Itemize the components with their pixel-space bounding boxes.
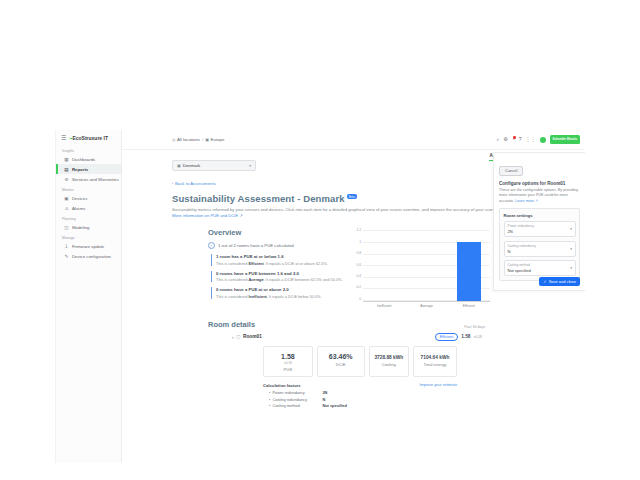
modeling-icon: ◫	[64, 225, 69, 230]
sidebar-item-services-warranties[interactable]: ⚙ Services and Warranties	[56, 174, 121, 184]
chevron-down-icon: ▾	[570, 247, 572, 251]
overview-checklist: Overview ✓ 1 out of 2 rooms have a PUE c…	[208, 228, 348, 308]
external-link-icon: ↗	[239, 213, 243, 218]
cooling-method-select[interactable]: Cooling method Not specified ▾	[504, 260, 576, 276]
sidebar-item-modeling[interactable]: ◫ Modeling	[56, 222, 121, 232]
overview-item-sub: This is considered Average. It equals a …	[216, 277, 348, 282]
sidebar-item-reports[interactable]: ▤ Reports	[56, 164, 121, 174]
device-configuration-icon: ✎	[64, 254, 69, 259]
improve-estimate-link[interactable]: Improve your estimate	[419, 383, 457, 387]
metric-card-pue: 1.58 ±0.18 PUE	[263, 346, 313, 377]
help-icon[interactable]: ?	[519, 137, 522, 142]
sidebar-item-label: Modeling	[72, 225, 89, 230]
overview-item-efficient[interactable]: 1 room has a PUE at or below 1.6 This is…	[211, 254, 348, 266]
sidebar-item-dashboards[interactable]: ▦ Dashboards	[56, 154, 121, 164]
check-icon: ✓	[543, 279, 546, 284]
check-circle-icon: ✓	[208, 242, 215, 249]
room-details-section: Room details Past 30 days › ▢ Room01 Eff…	[208, 320, 577, 408]
user-avatar[interactable]	[540, 137, 546, 143]
y-tick-label: 0.6	[356, 263, 361, 266]
cooling-redundancy-select[interactable]: Cooling redundancy N ▾	[504, 241, 576, 257]
metric-label: Total energy	[416, 362, 454, 367]
breadcrumb-separator: /	[202, 137, 203, 142]
brand-row: ☰ ⌁EcoStruxure IT	[56, 130, 121, 145]
field-label: Power redundancy	[508, 224, 567, 228]
notifications-bell-icon[interactable]: ◔	[512, 137, 515, 142]
reports-icon: ▤	[64, 167, 69, 172]
nav-section-header: Planning	[56, 213, 121, 222]
app-logo: ⌁EcoStruxure IT	[69, 135, 108, 141]
nav-section-header: Monitor	[56, 184, 121, 193]
search-icon[interactable]: ⌕	[496, 137, 499, 142]
overview-item-inefficient[interactable]: 0 rooms have a PUE at or above 2.0 This …	[211, 287, 348, 299]
metric-cards: 1.58 ±0.18 PUE 63.46% DCiE 3728.88 kWh C…	[263, 346, 457, 377]
configure-room-drawer: Cancel Configure options for Room01 Thes…	[493, 152, 585, 291]
metric-value: 1.58	[266, 353, 310, 360]
calc-row-cooling-method: Cooling method Not specified	[269, 403, 457, 408]
overview-heading: Overview	[208, 228, 348, 237]
calculation-factors: Calculation factors Improve your estimat…	[263, 383, 457, 409]
settings-gear-icon[interactable]: ⚙	[503, 137, 507, 142]
notification-badge	[513, 136, 516, 139]
devices-icon: ▣	[64, 196, 69, 201]
drawer-description-text: These are the configurable options. By p…	[499, 188, 578, 203]
sidebar-nav: Insights ▦ Dashboards ▤ Reports ⚙ Servic…	[56, 145, 121, 261]
metric-uncertainty: ±0.18	[266, 361, 310, 365]
calc-row-power-redundancy: Power redundancy 2N	[269, 390, 457, 395]
room-settings-title: Room settings	[504, 213, 576, 218]
breadcrumb-root-label: All locations	[177, 137, 200, 142]
sidebar-item-label: Alarms	[72, 206, 85, 211]
sidebar-item-device-configuration[interactable]: ✎ Device configuration	[56, 251, 121, 261]
efficiency-status-badge: Efficient	[435, 333, 458, 341]
breadcrumb: ◎ All locations / ▣ Europe	[172, 137, 224, 142]
calculation-factors-heading: Calculation factors	[263, 383, 301, 388]
chart-bar-slot-average	[405, 230, 447, 301]
topbar: ◎ All locations / ▣ Europe ⌕ ⚙ ◔ ? ⋮⋮ Sc…	[122, 130, 585, 150]
save-and-close-button[interactable]: ✓ Save and close	[539, 277, 580, 286]
nav-section-header: Manage	[56, 232, 121, 241]
sidebar-item-label: Dashboards	[72, 157, 95, 162]
building-icon: ▣	[177, 163, 181, 168]
learn-more-link[interactable]: Learn more	[515, 199, 534, 203]
breadcrumb-all-locations[interactable]: ◎ All locations	[172, 137, 200, 142]
sidebar-item-label: Reports	[72, 167, 88, 172]
back-link-label: Back to Assessments	[175, 181, 216, 186]
metric-value: 63.46%	[320, 353, 362, 360]
x-tick-average: Average	[405, 304, 447, 308]
y-tick-label: 0.2	[356, 286, 361, 289]
x-tick-inefficient: Inefficient	[363, 304, 405, 308]
services-icon: ⚙	[64, 177, 69, 182]
overview-item-average[interactable]: 0 rooms have a PUE between 1.6 and 2.0 T…	[211, 271, 348, 283]
room-row[interactable]: › ▢ Room01 Efficient 1.58 ±0.18	[232, 333, 482, 341]
metric-label: PUE	[266, 367, 310, 372]
more-information-link[interactable]: More information on PUE and DCiE	[172, 213, 238, 218]
app-logo-text: EcoStruxure IT	[72, 135, 108, 141]
metric-card-dcie: 63.46% DCiE	[317, 346, 365, 377]
location-select[interactable]: ▣ Denmark ▾	[172, 160, 256, 171]
field-label: Cooling method	[508, 263, 567, 267]
room-icon: ▢	[236, 334, 240, 339]
drawer-description: These are the configurable options. By p…	[499, 188, 580, 204]
overview-summary-row: ✓ 1 out of 2 rooms have a PUE calculated	[208, 242, 348, 249]
breadcrumb-europe[interactable]: ▣ Europe	[205, 137, 224, 142]
sidebar-item-alarms[interactable]: ⚠ Alarms	[56, 203, 121, 213]
chevron-left-icon: ‹	[172, 181, 173, 186]
room-expander[interactable]: › ▢ Room01	[232, 334, 262, 340]
metric-value: 7104.64 kWh	[416, 355, 454, 360]
y-tick-label: 1.2	[356, 229, 361, 232]
overview-summary: 1 out of 2 rooms have a PUE calculated	[218, 243, 294, 248]
apps-grid-icon[interactable]: ⋮⋮	[526, 137, 536, 142]
overview-item-label: 1 room has a PUE at or below 1.6	[216, 254, 348, 259]
menu-icon[interactable]: ☰	[61, 135, 66, 141]
metric-value: 3728.88 kWh	[372, 355, 406, 360]
sidebar-item-firmware-update[interactable]: ↧ Firmware update	[56, 241, 121, 251]
back-to-assessments-link[interactable]: ‹ Back to Assessments	[172, 181, 216, 186]
power-redundancy-select[interactable]: Power redundancy 2N ▾	[504, 221, 576, 237]
metric-label: Cooling	[372, 362, 406, 367]
cancel-button[interactable]: Cancel	[499, 166, 523, 176]
metric-card-total-energy: 7104.64 kWh Total energy	[413, 346, 457, 377]
room-details-head: Room details Past 30 days	[208, 320, 485, 329]
nav-section-header: Insights	[56, 145, 121, 154]
sidebar-item-devices[interactable]: ▣ Devices	[56, 193, 121, 203]
x-tick-efficient: Efficient	[448, 304, 490, 308]
